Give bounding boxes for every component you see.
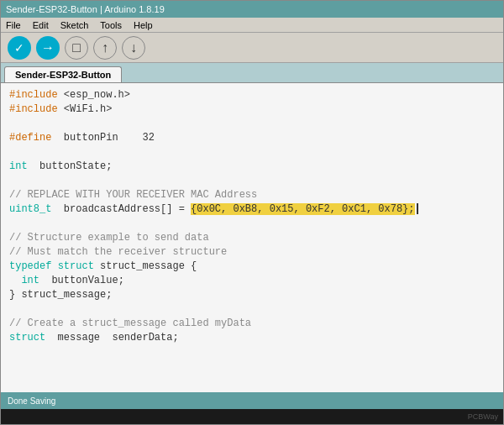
code-line-blank-4 [9, 217, 495, 231]
verify-button[interactable]: ✓ [8, 36, 31, 60]
title-bar: Sender-ESP32-Button | Arduino 1.8.19 [1, 1, 503, 18]
code-line-comment1: // REPLACE WITH YOUR RECEIVER MAC Addres… [9, 188, 495, 202]
watermark-text: PCBWay [468, 412, 498, 421]
menu-edit[interactable]: Edit [33, 20, 49, 30]
code-line-typedef: typedef struct struct_message { [9, 260, 495, 274]
code-line-1: #include <esp_now.h> [9, 88, 495, 102]
code-line-int: int buttonState; [9, 160, 495, 174]
code-line-comment3: // Must match the receiver structure [9, 245, 495, 260]
code-line-blank-5 [9, 302, 495, 317]
menu-sketch[interactable]: Sketch [60, 20, 89, 30]
status-text: Done Saving [8, 396, 55, 406]
code-line-intval: int buttonValue; [9, 274, 495, 288]
tab-bar: Sender-ESP32-Button [1, 63, 503, 83]
open-button[interactable]: ↑ [93, 36, 117, 60]
code-line-blank-1 [9, 117, 495, 131]
title-text: Sender-ESP32-Button | Arduino 1.8.19 [6, 4, 165, 14]
menu-file[interactable]: File [6, 20, 21, 30]
code-line-2: #include <WiFi.h> [9, 102, 495, 117]
code-line-blank-3 [9, 174, 495, 188]
app-window: Sender-ESP32-Button | Arduino 1.8.19 Fil… [0, 0, 504, 425]
code-line-struct-var: struct message senderData; [9, 331, 495, 345]
tab-sender[interactable]: Sender-ESP32-Button [4, 66, 122, 82]
code-line-define: #define buttonPin 32 [9, 131, 495, 145]
code-line-struct-end: } struct_message; [9, 288, 495, 302]
status-bar: Done Saving [1, 392, 503, 409]
save-button[interactable]: ↓ [122, 36, 145, 60]
menu-help[interactable]: Help [134, 20, 153, 30]
menu-tools[interactable]: Tools [100, 20, 122, 30]
code-line-comment4: // Create a struct_message called myData [9, 317, 495, 331]
toolbar: ✓ → □ ↑ ↓ [1, 33, 503, 63]
code-line-blank-2 [9, 145, 495, 160]
code-editor[interactable]: #include <esp_now.h> #include <WiFi.h> #… [1, 83, 503, 392]
code-line-comment2: // Structure example to send data [9, 231, 495, 245]
new-button[interactable]: □ [65, 36, 88, 60]
bottom-area: PCBWay [1, 409, 503, 424]
upload-button[interactable]: → [36, 36, 60, 60]
menu-bar: File Edit Sketch Tools Help [1, 18, 503, 33]
code-line-mac: uint8_t broadcastAddress[] = {0x0C, 0xB8… [9, 202, 495, 217]
